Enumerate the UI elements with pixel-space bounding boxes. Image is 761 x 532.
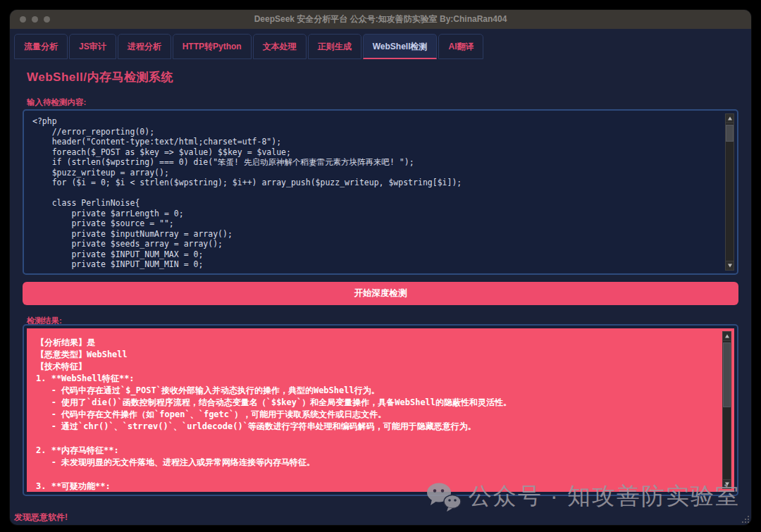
tab-text-processing[interactable]: 文本处理: [253, 34, 307, 59]
triangle-down-icon: [728, 264, 732, 268]
code-input[interactable]: <?php //error_reporting(0); header("Cont…: [32, 116, 719, 271]
result-text[interactable]: 【分析结果】是 【恶意类型】WebShell 【技术特征】 1. **WebSh…: [36, 337, 714, 492]
scrollbar-track[interactable]: [726, 123, 734, 261]
result-scrollbar[interactable]: [722, 331, 731, 489]
triangle-down-icon: [725, 483, 729, 486]
tab-webshell-detection[interactable]: WebShell检测: [363, 34, 438, 59]
result-panel: 【分析结果】是 【恶意类型】WebShell 【技术特征】 1. **WebSh…: [23, 324, 738, 496]
tab-process-analysis[interactable]: 进程分析: [118, 34, 171, 59]
scrollbar-thumb[interactable]: [723, 342, 731, 407]
detect-button[interactable]: 开始深度检测: [23, 282, 738, 305]
tab-http-to-python[interactable]: HTTP转Python: [173, 34, 252, 59]
scrollbar-thumb[interactable]: [726, 125, 734, 142]
tab-ai-translate[interactable]: AI翻译: [438, 34, 483, 59]
window-titlebar[interactable]: DeepSeek 安全分析平台 公众号:知攻善防实验室 By:ChinaRan4…: [10, 10, 751, 29]
scroll-up-button[interactable]: [723, 332, 731, 341]
tab-regex-generator[interactable]: 正则生成: [308, 34, 361, 59]
tab-traffic-analysis[interactable]: 流量分析: [14, 34, 68, 59]
triangle-up-icon: [728, 117, 732, 120]
app-window: DeepSeek 安全分析平台 公众号:知攻善防实验室 By:ChinaRan4…: [10, 10, 751, 525]
triangle-up-icon: [725, 335, 729, 338]
status-bar: 发现恶意软件!: [14, 512, 68, 524]
input-label: 输入待检测内容:: [27, 97, 86, 108]
scroll-down-button[interactable]: [723, 479, 731, 488]
page-title: WebShell/内存马检测系统: [27, 69, 173, 85]
scroll-up-button[interactable]: [726, 114, 734, 123]
window-title: DeepSeek 安全分析平台 公众号:知攻善防实验室 By:ChinaRan4…: [10, 10, 751, 29]
tab-js-audit[interactable]: JS审计: [69, 34, 116, 59]
code-input-panel: <?php //error_reporting(0); header("Cont…: [23, 109, 738, 275]
tab-bar: 流量分析 JS审计 进程分析 HTTP转Python 文本处理 正则生成 Web…: [14, 34, 485, 59]
desktop-background: DeepSeek 安全分析平台 公众号:知攻善防实验室 By:ChinaRan4…: [0, 0, 761, 532]
code-scrollbar[interactable]: [725, 113, 734, 271]
scroll-down-button[interactable]: [726, 261, 734, 270]
resize-grip[interactable]: [741, 515, 749, 523]
result-text-area: 【分析结果】是 【恶意类型】WebShell 【技术特征】 1. **WebSh…: [27, 328, 734, 492]
scrollbar-track[interactable]: [723, 341, 731, 479]
